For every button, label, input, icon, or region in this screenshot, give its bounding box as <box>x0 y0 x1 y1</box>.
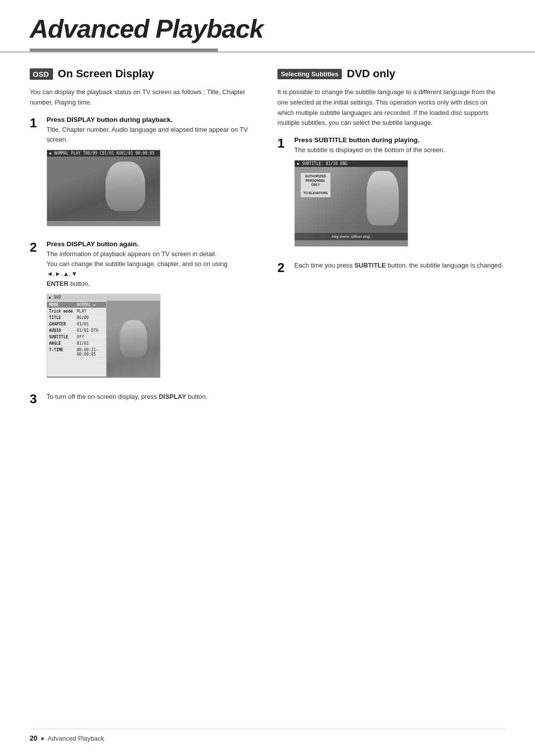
dvd-key-mode: MODE <box>49 303 77 307</box>
subtitle-step-2: 2 Each time you press SUBTITLE button, t… <box>277 261 505 275</box>
dvd-val-ttime: 00:00:21-00:00:05 <box>77 348 104 357</box>
step-1-title: Press DISPLAY button during playback. <box>47 116 258 123</box>
normal-play-face <box>106 162 145 211</box>
step-1-number: 1 <box>30 116 44 130</box>
dvd-menu-face <box>120 320 147 357</box>
left-column: OSD On Screen Display You can display th… <box>30 67 258 413</box>
dvd-key-audio: AUDIO <box>49 328 77 333</box>
osd-intro: You can display the playback status on T… <box>30 87 258 108</box>
step-2-title: Press DISPLAY button again. <box>47 240 258 248</box>
step-3-content: To turn off the on-screen display, press… <box>47 392 258 402</box>
sub-person <box>367 171 399 225</box>
sub-video-area: AUTHORIZEDPERSONNELONLYTO ELEVATORS Hey … <box>295 167 408 240</box>
dvd-menu-table: MODE NORMAL ► Trick mode PLAY TITLE 06/0… <box>47 301 107 377</box>
step-3-body: To turn off the on-screen display, press… <box>47 392 258 402</box>
page-title: Advanced Playback <box>30 14 505 44</box>
sub-sign-area: AUTHORIZEDPERSONNELONLYTO ELEVATORS <box>301 173 330 197</box>
sub-step-1-content: Press SUBTITLE button during playing. Th… <box>294 136 505 254</box>
dvd-val-subtitle: Off <box>77 335 104 339</box>
dvd-row-chapter: CHAPTER 01/01 <box>47 321 106 327</box>
step-2-body-3: ENTER button. <box>47 279 258 289</box>
dvd-key-ttime: T-TIME <box>49 348 77 357</box>
sub-step-2-content: Each time you press SUBTITLE button, the… <box>294 261 505 270</box>
dvd-key-chapter: CHAPTER <box>49 322 77 326</box>
dvd-val-mode: NORMAL ► <box>77 303 104 307</box>
dvd-row-angle: ANGLE 01/01 <box>47 340 106 347</box>
dvd-val-audio: 01/01-DTH <box>77 328 104 333</box>
osd-heading-text: On Screen Display <box>58 67 154 80</box>
subtitle-step-1: 1 Press SUBTITLE button during playing. … <box>277 136 505 254</box>
sub-step-1-title: Press SUBTITLE button during playing. <box>294 136 505 144</box>
dvd-row-trick: Trick mode PLAY <box>47 308 106 315</box>
right-column: Selecting Subtitles DVD only It is possi… <box>277 67 505 413</box>
page-footer: 20 ● Advanced Playback <box>30 729 505 742</box>
normal-play-video <box>47 157 160 221</box>
content-area: OSD On Screen Display You can display th… <box>0 67 535 413</box>
sub-caption: Hey there, officer dog. <box>295 233 408 240</box>
dvd-val-title: 06/09 <box>77 316 104 320</box>
sub-sign-text: AUTHORIZEDPERSONNELONLYTO ELEVATORS <box>303 174 328 195</box>
sub-step-1-number: 1 <box>277 136 291 151</box>
dvd-val-angle: 01/01 <box>77 341 104 346</box>
footer-bullet: ● <box>41 734 45 742</box>
subtitle-section-heading: Selecting Subtitles DVD only <box>277 67 505 80</box>
step-1-content: Press DISPLAY button during playback. Ti… <box>47 116 258 233</box>
subtitle-intro: It is possible to change the subtitle la… <box>277 87 505 128</box>
step-1-body: Title, Chapter number, Audio language an… <box>47 125 258 145</box>
osd-step-1: 1 Press DISPLAY button during playback. … <box>30 116 258 233</box>
dvd-val-chapter: 01/01 <box>77 322 104 326</box>
dvd-key-angle: ANGLE <box>49 341 77 346</box>
step-2-content: Press DISPLAY button again. The informat… <box>47 240 258 385</box>
dvd-menu-body: MODE NORMAL ► Trick mode PLAY TITLE 06/0… <box>47 301 160 377</box>
step-2-body-1: The information of playback appears on T… <box>47 249 258 259</box>
osd-section-heading: OSD On Screen Display <box>30 67 258 80</box>
dvd-menu-bar: ▶ DVD <box>47 294 160 301</box>
sub-statusbar: ▶ SUBTITLE: 01/16 ENG <box>295 161 408 167</box>
dvd-row-subtitle: SUBTITLE Off <box>47 334 106 340</box>
osd-step-3: 3 To turn off the on-screen display, pre… <box>30 392 258 406</box>
sub-step-1-body: The subtitle is displayed on the bottom … <box>294 145 505 155</box>
header-accent-bar <box>30 49 218 52</box>
footer-page-number: 20 <box>30 734 38 742</box>
normal-play-screen: ▶ NORMAL PLAY T06/09 C01/01 AU01/01 00:0… <box>47 150 160 226</box>
dvd-row-mode: MODE NORMAL ► <box>47 302 106 308</box>
subtitle-badge: Selecting Subtitles <box>277 69 342 79</box>
dvd-val-trick: PLAY <box>77 309 104 314</box>
page-header: Advanced Playback <box>0 0 535 53</box>
step-3-number: 3 <box>30 392 44 406</box>
dvd-menu-video <box>107 301 160 377</box>
subtitle-heading-text: DVD only <box>347 67 395 80</box>
dvd-row-ttime: T-TIME 00:00:21-00:00:05 <box>47 347 106 358</box>
step-2-body-2: You can change the subtitle language, ch… <box>47 259 258 279</box>
osd-step-2: 2 Press DISPLAY button again. The inform… <box>30 240 258 385</box>
dvd-key-trick: Trick mode <box>49 309 77 314</box>
dvd-row-title: TITLE 06/09 <box>47 315 106 321</box>
sub-step-2-body: Each time you press SUBTITLE button, the… <box>294 261 505 270</box>
dvd-key-title: TITLE <box>49 316 77 320</box>
subtitle-screen-img: ▶ SUBTITLE: 01/16 ENG AUTHORIZEDPERSONNE… <box>294 160 408 247</box>
step-2-number: 2 <box>30 240 44 255</box>
sub-step-2-number: 2 <box>277 261 291 275</box>
osd-badge: OSD <box>30 68 53 80</box>
footer-text: Advanced Playback <box>48 735 104 742</box>
dvd-row-audio: AUDIO 01/01-DTH <box>47 327 106 334</box>
dvd-key-subtitle: SUBTITLE <box>49 335 77 339</box>
normal-play-statusbar: ▶ NORMAL PLAY T06/09 C01/01 AU01/01 00:0… <box>47 150 160 157</box>
dvd-menu-screen: ▶ DVD MODE NORMAL ► Trick mode PLAY <box>47 294 160 378</box>
